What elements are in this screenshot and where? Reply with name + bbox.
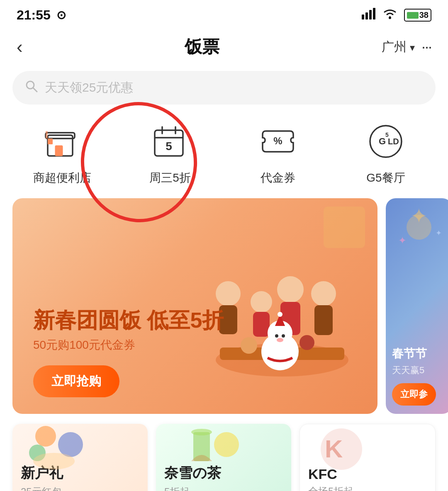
svg-point-50	[35, 426, 56, 447]
svg-point-55	[191, 429, 212, 435]
banner-scroll: 新春团圆饭 低至5折 50元购100元代金券 立即抢购 ✦ ✦ ✦ 春节节 天天…	[0, 198, 448, 414]
category-supermarket[interactable]: 商超便利店	[21, 119, 104, 186]
svg-text:%: %	[273, 135, 282, 146]
card-new-user[interactable]: 新户礼 25元红包	[12, 424, 148, 491]
calendar-icon: 5	[151, 123, 189, 160]
svg-rect-2	[369, 10, 372, 19]
banner-section: 新春团圆饭 低至5折 50元购100元代金券 立即抢购 ✦ ✦ ✦ 春节节 天天…	[0, 198, 448, 424]
nav-header: ‹ 饭票 广州 ▾ ···	[0, 27, 448, 67]
svg-text:✦: ✦	[398, 235, 407, 246]
status-right: 38	[362, 8, 431, 22]
location-selector[interactable]: 广州 ▾	[382, 39, 415, 56]
svg-rect-10	[48, 139, 53, 144]
more-menu-button[interactable]: ···	[421, 38, 431, 56]
card-kfc-subtitle: 全场5折起	[308, 485, 427, 491]
voucher-label: 代金券	[261, 170, 295, 186]
secondary-banner-button[interactable]: 立即参	[392, 383, 436, 406]
svg-text:K: K	[325, 435, 343, 463]
card-drink-image	[156, 424, 291, 474]
wednesday-label: 周三5折	[149, 170, 191, 186]
category-row: 商超便利店 5 周三5折 % 代金券 G	[0, 114, 448, 198]
svg-rect-12	[46, 131, 48, 139]
svg-point-4	[389, 17, 391, 19]
store-icon	[44, 123, 81, 160]
voucher-icon-wrap: %	[255, 119, 301, 164]
secondary-banner-subtitle: 天天赢5	[392, 364, 446, 377]
search-placeholder: 天天领25元优惠	[45, 79, 133, 96]
nav-right-controls: 广州 ▾ ···	[382, 38, 431, 56]
svg-text:LD: LD	[388, 137, 399, 146]
banner-content: 新春团圆饭 低至5折 50元购100元代金券 立即抢购	[33, 307, 357, 397]
svg-rect-0	[362, 15, 364, 19]
wednesday-icon-wrap: 5	[147, 119, 193, 164]
page-title: 饭票	[185, 35, 219, 58]
card-new-user-subtitle: 25元红包	[21, 485, 139, 491]
back-button[interactable]: ‹	[17, 38, 23, 56]
supermarket-icon-wrap	[39, 119, 85, 164]
svg-point-34	[311, 281, 336, 306]
g5-icon-wrap: G LD 5	[363, 119, 409, 164]
battery-indicator: 38	[404, 9, 431, 22]
svg-text:5: 5	[166, 140, 172, 153]
banner-subtitle: 50元购100元代金券	[33, 337, 357, 353]
card-kfc[interactable]: K KFC 全场5折起	[299, 424, 436, 491]
ticket-icon: %	[259, 123, 297, 160]
search-bar[interactable]: 天天领25元优惠	[12, 71, 436, 105]
svg-point-28	[216, 281, 241, 306]
category-voucher[interactable]: % 代金券	[236, 119, 319, 186]
svg-text:5: 5	[385, 131, 389, 138]
category-wednesday[interactable]: 5 周三5折	[129, 119, 212, 186]
status-left: 21:55 ⊙	[17, 7, 66, 23]
banner-title: 新春团圆饭 低至5折	[33, 307, 357, 333]
supermarket-label: 商超便利店	[33, 170, 91, 186]
svg-point-53	[33, 453, 75, 469]
svg-text:✦: ✦	[436, 229, 442, 237]
status-bar: 21:55 ⊙ 38	[0, 0, 448, 27]
fireworks-decoration: ✦ ✦ ✦	[386, 202, 448, 285]
svg-rect-1	[365, 12, 368, 19]
svg-text:G: G	[379, 136, 386, 146]
svg-point-56	[214, 432, 239, 457]
svg-point-51	[58, 432, 83, 457]
bottom-cards-row: 新户礼 25元红包 奈雪の茶 5折起 K KFC 全场5折起	[0, 424, 448, 491]
banner-cta-button[interactable]: 立即抢购	[33, 365, 119, 397]
secondary-banner[interactable]: ✦ ✦ ✦ 春节节 天天赢5 立即参	[386, 198, 448, 414]
g5-label: G5餐厅	[366, 170, 405, 186]
svg-line-6	[33, 88, 37, 92]
main-banner[interactable]: 新春团圆饭 低至5折 50元购100元代金券 立即抢购	[12, 198, 377, 414]
svg-rect-9	[55, 146, 63, 156]
signal-icon	[362, 8, 376, 22]
svg-text:✦: ✦	[410, 204, 428, 228]
card-nayuki-subtitle: 5折起	[164, 485, 283, 491]
svg-point-32	[277, 276, 304, 303]
category-g5[interactable]: G LD 5 G5餐厅	[344, 119, 427, 186]
time-display: 21:55	[17, 7, 51, 23]
g5-icon: G LD 5	[367, 123, 404, 160]
card-food-image	[12, 424, 148, 474]
svg-rect-3	[373, 8, 375, 19]
search-icon	[25, 80, 38, 96]
wifi-icon	[382, 8, 397, 22]
card-kfc-image: K	[300, 424, 435, 474]
secondary-banner-title: 春节节	[392, 346, 446, 362]
card-nayuki[interactable]: 奈雪の茶 5折起	[156, 424, 291, 491]
activity-icon: ⊙	[56, 8, 66, 22]
secondary-banner-content: 春节节 天天赢5 立即参	[392, 346, 446, 406]
